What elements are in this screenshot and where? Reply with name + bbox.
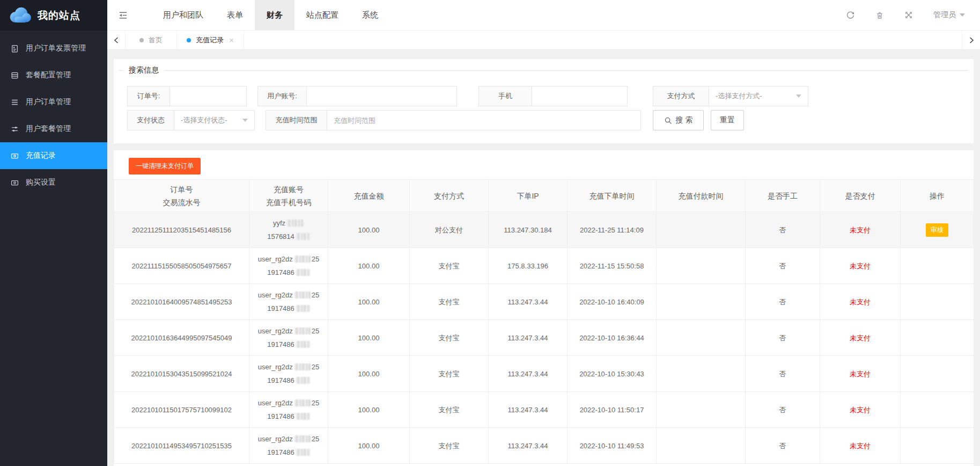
sidebar-item-user-packages[interactable]: 用户套餐管理 bbox=[0, 115, 107, 142]
cell-manual: 否 bbox=[746, 356, 820, 392]
nav-item-site-config[interactable]: 站点配置 bbox=[294, 0, 350, 30]
nav-item-users-teams[interactable]: 用户和团队 bbox=[151, 0, 215, 30]
chevron-left-icon[interactable] bbox=[107, 31, 126, 49]
sidebar-item-label: 用户套餐管理 bbox=[26, 124, 71, 134]
order-no-label: 订单号: bbox=[127, 86, 170, 106]
cell-paid: 未支付 bbox=[820, 392, 901, 428]
collapse-menu-icon[interactable] bbox=[107, 0, 138, 30]
col-manual: 是否手工 bbox=[746, 180, 820, 212]
nav-item-finance[interactable]: 财务 bbox=[255, 0, 294, 30]
pay-status-label: 支付状态 bbox=[127, 110, 174, 130]
cell-pay-time bbox=[657, 356, 746, 392]
nav-item-label: 用户和团队 bbox=[163, 10, 203, 20]
nav-item-forms[interactable]: 表单 bbox=[215, 0, 255, 30]
cell-amount: 100.00 bbox=[328, 320, 410, 356]
tab-recharge-records[interactable]: 充值记录 × bbox=[177, 31, 244, 49]
cell-paid: 未支付 bbox=[820, 212, 901, 248]
cell-ip: 113.247.3.44 bbox=[489, 428, 568, 464]
pay-status-select[interactable]: -选择支付状态- bbox=[174, 110, 255, 130]
redacted-text bbox=[296, 341, 310, 348]
cell-paid: 未支付 bbox=[820, 428, 901, 464]
audit-button[interactable]: 审核 bbox=[926, 223, 948, 237]
cell-amount: 100.00 bbox=[328, 284, 410, 320]
table-row: 20221010115017575710099102 user_rg2dz25 … bbox=[114, 392, 974, 428]
redacted-text bbox=[294, 327, 311, 334]
user-package-icon bbox=[11, 125, 19, 133]
cell-amount: 100.00 bbox=[328, 356, 410, 392]
col-account: 充值账号充值手机号码 bbox=[249, 180, 328, 212]
refresh-icon[interactable] bbox=[846, 11, 855, 20]
cell-account: user_rg2dz25 1917486 bbox=[249, 248, 328, 284]
sidebar-item-recharge-records[interactable]: 充值记录 bbox=[0, 142, 107, 169]
fullscreen-icon[interactable] bbox=[904, 11, 913, 19]
phone-input[interactable] bbox=[532, 86, 627, 106]
search-panel: 搜索信息 订单号: 用户账号: 手机 支付方式 -选择支付方式- bbox=[114, 59, 974, 143]
cell-pay-time bbox=[657, 284, 746, 320]
records-panel: 一键清理未支付订单 订单号交易流水号 充值账号充值手机号码 充值金额 支付方式 … bbox=[114, 150, 974, 466]
search-icon bbox=[664, 116, 672, 125]
site-title: 我的站点 bbox=[38, 9, 80, 23]
user-orders-icon bbox=[11, 98, 19, 106]
cell-actions bbox=[901, 392, 974, 428]
sidebar-item-user-orders[interactable]: 用户订单管理 bbox=[0, 89, 107, 115]
cell-ip: 175.8.33.196 bbox=[489, 248, 568, 284]
redacted-text bbox=[294, 435, 311, 442]
col-pay-time: 充值付款时间 bbox=[657, 180, 746, 212]
cell-paid: 未支付 bbox=[820, 356, 901, 392]
cell-amount: 100.00 bbox=[328, 248, 410, 284]
sidebar-item-user-order-invoices[interactable]: 用户订单发票管理 bbox=[0, 35, 107, 62]
pay-method-label: 支付方式 bbox=[653, 86, 709, 106]
col-paid: 是否支付 bbox=[820, 180, 901, 212]
cell-actions bbox=[901, 320, 974, 356]
clear-unpaid-button[interactable]: 一键清理未支付订单 bbox=[129, 158, 201, 174]
reset-button[interactable]: 重置 bbox=[711, 110, 744, 130]
caret-down-icon bbox=[242, 119, 248, 125]
cell-amount: 100.00 bbox=[328, 212, 410, 248]
cell-amount: 100.00 bbox=[328, 428, 410, 464]
search-fieldset: 搜索信息 bbox=[119, 65, 968, 75]
cell-ip: 113.247.3.44 bbox=[489, 392, 568, 428]
sidebar-item-purchase-settings[interactable]: 购买设置 bbox=[0, 169, 107, 196]
redacted-text bbox=[287, 220, 303, 227]
search-button[interactable]: 搜 索 bbox=[653, 110, 704, 130]
order-no-input[interactable] bbox=[170, 86, 246, 106]
invoice-icon bbox=[11, 45, 19, 53]
cell-order-no: 20221010115017575710099102 bbox=[114, 392, 249, 428]
cell-account: user_rg2dz25 1917486 bbox=[249, 392, 328, 428]
cell-order-time: 2022-10-10 15:30:43 bbox=[568, 356, 657, 392]
cell-actions bbox=[901, 284, 974, 320]
nav-item-label: 站点配置 bbox=[306, 10, 338, 20]
tab-close-icon[interactable]: × bbox=[229, 35, 234, 45]
sidebar-item-label: 套餐配置管理 bbox=[26, 70, 71, 80]
cell-account: user_rg2dz25 1917486 bbox=[249, 284, 328, 320]
time-range-input[interactable] bbox=[327, 111, 640, 130]
table-header-row: 订单号交易流水号 充值账号充值手机号码 充值金额 支付方式 下单IP 充值下单时… bbox=[114, 180, 974, 212]
tab-home[interactable]: 首页 bbox=[126, 31, 177, 49]
user-account-input[interactable] bbox=[307, 86, 456, 106]
user-menu[interactable]: 管理员 bbox=[933, 10, 965, 20]
header-actions: 管理员 bbox=[846, 0, 980, 30]
nav-item-system[interactable]: 系统 bbox=[350, 0, 390, 30]
cell-manual: 否 bbox=[746, 320, 820, 356]
phone-group: 手机 bbox=[478, 86, 628, 106]
cell-pay-time bbox=[657, 212, 746, 248]
pay-method-select[interactable]: -选择支付方式- bbox=[709, 86, 808, 106]
cell-order-time: 2022-10-10 11:50:17 bbox=[568, 392, 657, 428]
trash-icon[interactable] bbox=[875, 11, 884, 20]
top-navigation: 用户和团队 表单 财务 站点配置 系统 bbox=[151, 0, 390, 30]
recharge-icon bbox=[11, 152, 19, 160]
logo[interactable]: 我的站点 bbox=[0, 0, 107, 31]
table-row: 20221010164009574851495253 user_rg2dz25 … bbox=[114, 284, 974, 320]
cell-pay-time bbox=[657, 392, 746, 428]
tab-dot-icon bbox=[139, 38, 144, 42]
pay-status-value: -选择支付状态- bbox=[181, 115, 227, 125]
cell-method: 支付宝 bbox=[410, 428, 489, 464]
cell-paid: 未支付 bbox=[820, 320, 901, 356]
purchase-icon bbox=[11, 179, 19, 187]
sidebar-item-package-config[interactable]: 套餐配置管理 bbox=[0, 62, 107, 89]
redacted-text bbox=[296, 449, 310, 456]
chevron-right-icon[interactable] bbox=[962, 31, 980, 49]
cell-order-no: 20221115155058505054975657 bbox=[114, 248, 249, 284]
user-account-group: 用户账号: bbox=[257, 86, 457, 106]
cell-amount: 100.00 bbox=[328, 392, 410, 428]
